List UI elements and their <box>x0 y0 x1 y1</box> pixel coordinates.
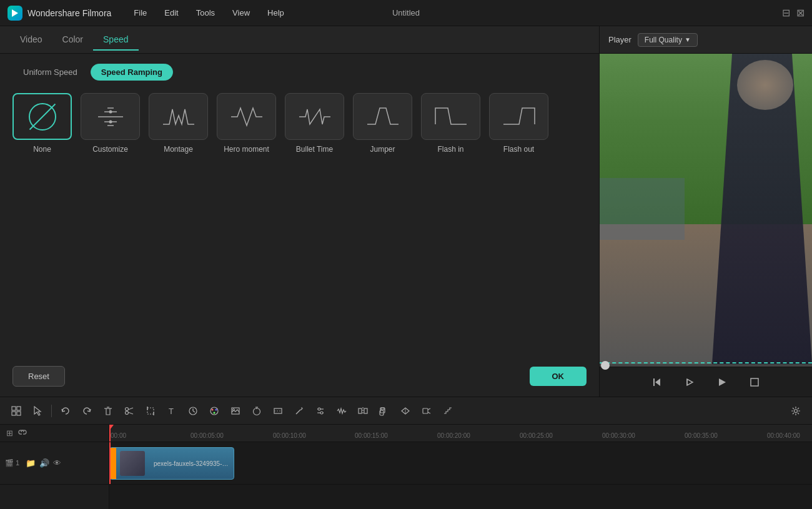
playhead-triangle <box>109 425 114 430</box>
cursor-tool-button[interactable] <box>27 401 47 421</box>
scrubber-handle[interactable] <box>601 361 610 370</box>
play-button[interactable] <box>712 372 732 392</box>
right-panel: Player Full Quality ▼ <box>600 26 812 397</box>
menu-edit[interactable]: Edit <box>157 6 186 20</box>
lock-button[interactable] <box>374 401 394 421</box>
track-label-row: 🎬 1 📁 🔊 👁 <box>0 442 109 485</box>
grid-view-button[interactable] <box>6 401 26 421</box>
speed-option-jumper[interactable]: Jumper <box>353 93 412 155</box>
svg-marker-12 <box>719 378 726 386</box>
speed-label-flash-in: Flash in <box>437 145 463 155</box>
speed-option-none[interactable]: None <box>12 93 72 155</box>
step-back-button[interactable] <box>647 372 667 392</box>
svg-rect-24 <box>147 408 154 414</box>
menu-tools[interactable]: Tools <box>189 6 222 20</box>
video-track-row: pexels-fauxels-3249935-3840... <box>109 442 812 485</box>
playhead[interactable] <box>109 425 111 442</box>
clip-indicator <box>110 448 116 479</box>
menu-bar: Wondershare Filmora File Edit Tools View… <box>0 0 812 26</box>
maximize-button[interactable]: ⊠ <box>796 7 805 19</box>
add-track-icon[interactable]: ⊞ <box>6 428 13 438</box>
undo-button[interactable] <box>56 401 76 421</box>
audio-wave-button[interactable] <box>332 401 352 421</box>
timer-button[interactable] <box>247 401 267 421</box>
speed-icon-flash-out[interactable] <box>489 93 548 140</box>
svg-point-32 <box>212 408 214 410</box>
timeline-ruler: 00:00 00:00:05:00 00:00:10:00 00:00:15:0… <box>109 425 812 442</box>
eye-icon[interactable]: 👁 <box>53 458 61 468</box>
svg-point-61 <box>795 409 798 412</box>
minimize-button[interactable]: ⊟ <box>782 7 790 19</box>
speed-icon-bullet-time[interactable] <box>285 93 344 140</box>
speed-icon-montage[interactable] <box>149 93 208 140</box>
quality-dropdown[interactable]: Full Quality ▼ <box>638 33 698 47</box>
speed-option-flash-in[interactable]: Flash in <box>421 93 480 155</box>
crop-button[interactable] <box>141 401 161 421</box>
ok-button[interactable]: OK <box>530 367 587 386</box>
settings-icon[interactable] <box>786 401 806 421</box>
speed-icon-hero-moment[interactable] <box>217 93 276 140</box>
reset-button[interactable]: Reset <box>12 366 65 387</box>
folder-icon[interactable]: 📁 <box>26 458 36 468</box>
speed-label-flash-out: Flash out <box>503 145 534 155</box>
menu-view[interactable]: View <box>225 6 257 20</box>
link-icon[interactable] <box>18 428 27 438</box>
speed-clip-button[interactable] <box>395 401 415 421</box>
menu-file[interactable]: File <box>126 6 154 20</box>
wand-button[interactable] <box>289 401 309 421</box>
svg-rect-9 <box>653 378 655 386</box>
ruler-mark-8: 00:00:40:00 <box>767 432 800 439</box>
speed-option-bullet-time[interactable]: Bullet Time <box>285 93 344 155</box>
clip-label: pexels-fauxels-3249935-3840... <box>149 460 234 467</box>
scissors-button[interactable] <box>119 401 139 421</box>
montage-svg <box>160 103 197 131</box>
speed-icon-customize[interactable] <box>81 93 140 140</box>
tab-speed[interactable]: Speed <box>93 29 138 51</box>
bullet-time-svg <box>296 103 334 131</box>
speed-icon-jumper[interactable] <box>353 93 412 140</box>
tab-color[interactable]: Color <box>52 29 93 51</box>
svg-point-34 <box>214 412 215 413</box>
frame-advance-button[interactable] <box>680 372 700 392</box>
logo-area: Wondershare Filmora <box>7 6 111 21</box>
color-button[interactable] <box>204 401 224 421</box>
steps-button[interactable] <box>438 401 458 421</box>
speed-option-customize[interactable]: Customize <box>81 93 140 155</box>
toolbar-separator-1 <box>51 405 52 417</box>
svg-line-23 <box>128 412 133 414</box>
timeline-left-controls: ⊞ 🎬 1 📁 🔊 👁 <box>0 425 109 509</box>
stop-button[interactable] <box>745 372 765 392</box>
delete-button[interactable] <box>98 401 118 421</box>
ruler-mark-0: 00:00 <box>111 432 126 439</box>
svg-marker-18 <box>34 407 41 415</box>
ruler-mark-4: 00:00:20:00 <box>437 432 470 439</box>
speed-icon-none[interactable] <box>12 93 72 140</box>
menu-help[interactable]: Help <box>260 6 292 20</box>
text-button[interactable]: T <box>162 401 182 421</box>
svg-line-42 <box>296 410 300 414</box>
time-button[interactable] <box>183 401 203 421</box>
sub-tab-ramping[interactable]: Speed Ramping <box>91 64 173 81</box>
sub-tab-uniform[interactable]: Uniform Speed <box>12 64 88 81</box>
split-button[interactable] <box>353 401 373 421</box>
adjust-button[interactable] <box>310 401 330 421</box>
player-scrubber[interactable] <box>600 364 812 367</box>
quality-value: Full Quality <box>645 36 682 44</box>
speed-option-hero-moment[interactable]: Hero moment <box>217 93 276 155</box>
image-button[interactable] <box>225 401 245 421</box>
redo-button[interactable] <box>77 401 97 421</box>
audio-icon[interactable]: 🔊 <box>39 458 49 468</box>
audio-edit-button[interactable] <box>417 401 437 421</box>
app-logo <box>7 6 22 21</box>
expand-button[interactable] <box>268 401 288 421</box>
speed-icon-flash-in[interactable] <box>421 93 480 140</box>
track-clip[interactable]: pexels-fauxels-3249935-3840... <box>109 447 234 480</box>
flash-out-svg <box>500 103 538 131</box>
ruler-mark-6: 00:00:30:00 <box>602 432 635 439</box>
ruler-mark-7: 00:00:35:00 <box>685 432 718 439</box>
speed-option-montage[interactable]: Montage <box>149 93 208 155</box>
svg-rect-16 <box>12 412 16 415</box>
tab-video[interactable]: Video <box>10 29 52 51</box>
speed-option-flash-out[interactable]: Flash out <box>489 93 548 155</box>
svg-point-33 <box>215 408 217 410</box>
